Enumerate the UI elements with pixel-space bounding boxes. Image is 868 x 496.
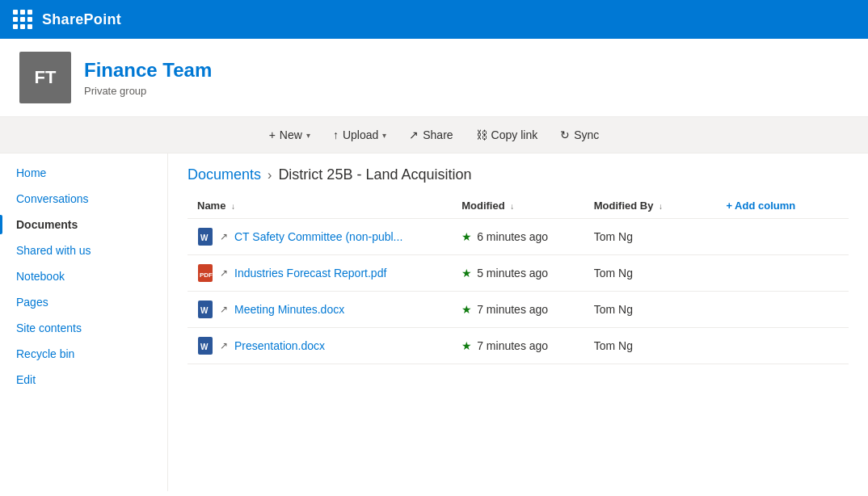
- breadcrumb-separator: ›: [268, 168, 272, 183]
- sidebar-item-site-contents[interactable]: Site contents: [0, 315, 167, 341]
- col-header-name[interactable]: Name ↓: [188, 193, 452, 219]
- svg-text:W: W: [200, 306, 209, 315]
- svg-text:PDF: PDF: [200, 271, 213, 279]
- file-modified-cell: ★ 5 minutes ago: [452, 255, 584, 292]
- main-layout: Home Conversations Documents Shared with…: [0, 153, 868, 491]
- share-button[interactable]: ↗ Share: [399, 124, 462, 146]
- modified-sort-icon: ↓: [510, 202, 514, 211]
- sidebar-item-home[interactable]: Home: [0, 160, 167, 186]
- word-file-icon: W: [197, 227, 213, 246]
- file-name-cell: W ↗ Meeting Minutes.docx: [188, 292, 452, 328]
- site-avatar: FT: [19, 52, 71, 103]
- sync-icon: ↻: [560, 128, 570, 141]
- new-chevron-icon: ▾: [306, 131, 310, 140]
- file-modified-by-cell: Tom Ng: [584, 292, 717, 328]
- modified-star-icon: ★: [461, 339, 472, 352]
- sidebar-item-notebook[interactable]: Notebook: [0, 263, 167, 289]
- file-modified-by-cell: Tom Ng: [584, 328, 717, 364]
- add-column-header[interactable]: + Add column: [716, 193, 849, 219]
- sidebar-item-edit[interactable]: Edit: [0, 367, 167, 393]
- sync-button[interactable]: ↻ Sync: [550, 124, 609, 146]
- table-row: W ↗ Presentation.docx ★ 7 minutes ago: [188, 328, 849, 364]
- breadcrumb: Documents › District 25B - Land Acquisit…: [188, 153, 849, 193]
- word-file-icon: W: [197, 300, 213, 319]
- file-modified-cell: ★ 7 minutes ago: [452, 292, 584, 328]
- share-icon: ↗: [409, 128, 419, 141]
- name-sort-icon: ↓: [231, 202, 235, 211]
- svg-text:W: W: [200, 233, 209, 242]
- site-info: Finance Team Private group: [84, 59, 212, 97]
- file-name-cell: PDF ↗ Industries Forecast Report.pdf: [188, 255, 452, 292]
- plus-icon: +: [269, 128, 276, 141]
- modified-star-icon: ★: [461, 267, 472, 280]
- breadcrumb-parent[interactable]: Documents: [188, 166, 261, 183]
- pdf-file-icon: PDF: [197, 263, 213, 283]
- upload-button[interactable]: ↑ Upload ▾: [323, 124, 396, 146]
- file-modified-by-cell: Tom Ng: [584, 255, 717, 292]
- breadcrumb-current: District 25B - Land Acquisition: [278, 166, 471, 183]
- file-modified-by-cell: Tom Ng: [584, 219, 717, 255]
- col-header-modified-by[interactable]: Modified By ↓: [584, 193, 717, 219]
- sidebar-item-conversations[interactable]: Conversations: [0, 186, 167, 212]
- app-title: SharePoint: [42, 11, 121, 28]
- modified-by-sort-icon: ↓: [659, 202, 663, 211]
- waffle-menu[interactable]: [13, 10, 32, 29]
- file-name-cell: W ↗ Presentation.docx: [188, 328, 452, 364]
- copy-link-button[interactable]: ⛓ Copy link: [466, 124, 548, 146]
- col-header-modified[interactable]: Modified ↓: [452, 193, 584, 219]
- upload-icon: ↑: [333, 128, 339, 141]
- upload-chevron-icon: ▾: [382, 131, 386, 140]
- sidebar-item-pages[interactable]: Pages: [0, 289, 167, 315]
- shortcut-icon: ↗: [220, 340, 228, 351]
- modified-star-icon: ★: [461, 230, 472, 243]
- sidebar-item-shared[interactable]: Shared with us: [0, 237, 167, 263]
- table-row: W ↗ Meeting Minutes.docx ★ 7 minutes ago: [188, 292, 849, 328]
- command-bar: + New ▾ ↑ Upload ▾ ↗ Share ⛓ Copy link ↻…: [0, 117, 868, 153]
- shortcut-icon: ↗: [220, 231, 228, 242]
- modified-star-icon: ★: [461, 303, 472, 316]
- svg-text:W: W: [200, 343, 209, 351]
- table-row: PDF ↗ Industries Forecast Report.pdf ★ 5…: [188, 255, 849, 292]
- file-table: Name ↓ Modified ↓ Modified By ↓ + Add co…: [188, 193, 849, 364]
- main-content: Documents › District 25B - Land Acquisit…: [168, 153, 868, 491]
- shortcut-icon: ↗: [220, 304, 228, 315]
- site-title[interactable]: Finance Team: [84, 59, 212, 82]
- file-modified-cell: ★ 7 minutes ago: [452, 328, 584, 364]
- sidebar-item-documents[interactable]: Documents: [0, 212, 167, 237]
- word-file-icon: W: [197, 336, 213, 355]
- shortcut-icon: ↗: [220, 267, 228, 279]
- site-subtitle: Private group: [84, 85, 212, 97]
- table-row: W ↗ CT Safety Committee (non-publ... ★ 6…: [188, 219, 849, 255]
- sidebar: Home Conversations Documents Shared with…: [0, 153, 168, 491]
- new-button[interactable]: + New ▾: [259, 124, 320, 146]
- site-header: FT Finance Team Private group: [0, 39, 868, 117]
- file-modified-cell: ★ 6 minutes ago: [452, 219, 584, 255]
- link-icon: ⛓: [476, 128, 487, 141]
- top-bar: SharePoint: [0, 0, 868, 39]
- sidebar-item-recycle-bin[interactable]: Recycle bin: [0, 341, 167, 367]
- file-name-cell: W ↗ CT Safety Committee (non-publ...: [188, 219, 452, 255]
